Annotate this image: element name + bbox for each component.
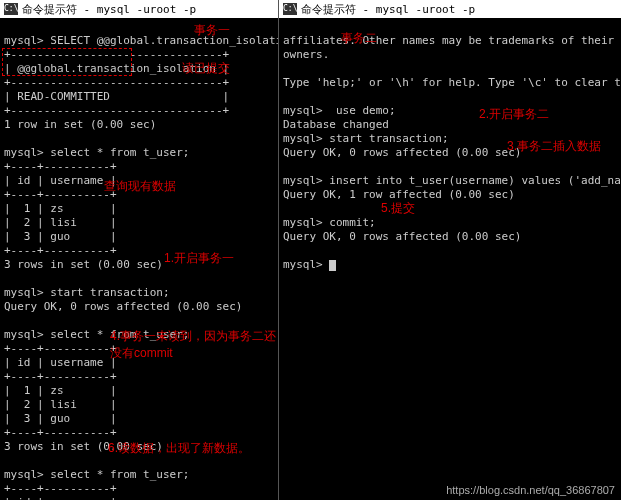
right-titlebar: C:\ 命令提示符 - mysql -uroot -p <box>279 0 621 18</box>
right-terminal-pane: C:\ 命令提示符 - mysql -uroot -p affiliates. … <box>278 0 621 500</box>
left-terminal-output[interactable]: mysql> SELECT @@global.transaction_isola… <box>0 18 278 500</box>
cmd-icon: C:\ <box>283 3 297 15</box>
right-terminal-output[interactable]: affiliates. Other names may be trademark… <box>279 18 621 274</box>
watermark: https://blog.csdn.net/qq_36867807 <box>446 484 615 496</box>
left-terminal-pane: C:\ 命令提示符 - mysql -uroot -p mysql> SELEC… <box>0 0 278 500</box>
cursor <box>329 260 336 271</box>
left-titlebar: C:\ 命令提示符 - mysql -uroot -p <box>0 0 278 18</box>
left-title-text: 命令提示符 - mysql -uroot -p <box>22 2 196 17</box>
right-title-text: 命令提示符 - mysql -uroot -p <box>301 2 475 17</box>
cmd-icon: C:\ <box>4 3 18 15</box>
